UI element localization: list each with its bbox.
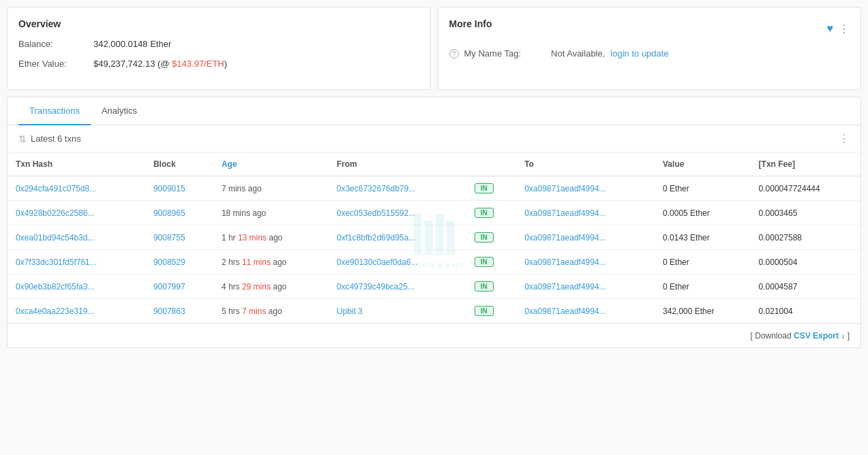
age-cell: 7 mins ago [213, 176, 329, 201]
txn-hash-link[interactable]: 0x294cfa491c075d8... [16, 184, 96, 193]
csv-export-link[interactable]: CSV Export [794, 331, 839, 341]
tab-transactions[interactable]: Transactions [18, 97, 91, 125]
help-icon[interactable]: ? [449, 49, 459, 59]
ether-value-suffix: ) [224, 59, 227, 69]
to-link[interactable]: 0xa09871aeadf4994... [524, 307, 605, 316]
in-badge: IN [475, 257, 494, 267]
fee-cell: 0.0000504 [751, 250, 860, 274]
txn-hash-link[interactable]: 0x7f33dc301fd5f761... [16, 257, 97, 267]
value-cell: 0 Ether [655, 176, 751, 201]
age-highlight: 29 mins [242, 282, 271, 292]
to-cell: 0xa09871aeadf4994... [516, 299, 655, 324]
to-cell: 0xa09871aeadf4994... [516, 201, 655, 225]
age-prefix: 2 hrs [222, 257, 242, 267]
in-badge: IN [475, 281, 494, 292]
from-cell: 0xec053edb515592... [329, 201, 466, 225]
login-to-update-link[interactable]: login to update [610, 48, 668, 59]
col-value: Value [655, 153, 751, 176]
from-link[interactable]: 0x3ec6732676db79... [337, 184, 415, 193]
block-link[interactable]: 9009015 [153, 184, 185, 193]
txn-hash-cell: 0xea01bd94c54b3d... [8, 225, 145, 250]
block-link[interactable]: 9008529 [153, 257, 185, 267]
to-cell: 0xa09871aeadf4994... [516, 176, 655, 201]
ether-value-prefix: $49,237,742.13 (@ [93, 59, 172, 69]
more-info-header: More Info ♥ ⋮ [449, 18, 850, 39]
age-highlight: 11 mins [242, 257, 271, 267]
block-link[interactable]: 9008755 [153, 233, 185, 242]
col-to: To [516, 153, 655, 176]
tab-analytics[interactable]: Analytics [91, 97, 148, 125]
toolbar-more-icon[interactable]: ⋮ [839, 132, 850, 145]
heart-icon[interactable]: ♥ [827, 22, 834, 35]
balance-label: Balance: [18, 39, 93, 49]
balance-value: 342,000.0148 Ether [93, 39, 171, 49]
ether-value-rate: $143.97/ETH [172, 59, 224, 69]
age-cell: 5 hrs 7 mins ago [213, 299, 329, 324]
fee-cell: 0.00027588 [751, 225, 860, 250]
from-cell: Upbit 3 [329, 299, 466, 324]
more-options-icon[interactable]: ⋮ [839, 22, 850, 35]
name-tag-label: My Name Tag: [464, 48, 522, 59]
filter-icon: ⇅ [18, 134, 27, 144]
from-cell: 0xe90130c0aef0da6... [329, 250, 466, 274]
col-txn-hash: Txn Hash [8, 153, 145, 176]
from-link[interactable]: 0xec053edb515592... [337, 208, 415, 218]
balance-row: Balance: 342,000.0148 Ether [18, 39, 419, 49]
age-cell: 1 hr 13 mins ago [213, 225, 329, 250]
to-link[interactable]: 0xa09871aeadf4994... [524, 208, 605, 218]
block-cell: 9007863 [145, 299, 213, 324]
table-row: 0xea01bd94c54b3d... 9008755 1 hr 13 mins… [8, 225, 860, 250]
col-txn-fee: [Txn Fee] [751, 153, 860, 176]
age-prefix: 4 hrs [222, 282, 242, 292]
col-age: Age [213, 153, 329, 176]
age-suffix: ago [271, 257, 286, 267]
txn-hash-link[interactable]: 0xea01bd94c54b3d... [16, 233, 94, 242]
block-cell: 9008965 [145, 201, 213, 225]
from-link[interactable]: Upbit 3 [337, 307, 363, 316]
txn-hash-cell: 0x294cfa491c075d8... [8, 176, 145, 201]
age-prefix: 5 hrs [222, 307, 242, 316]
in-badge: IN [475, 183, 494, 193]
txn-hash-link[interactable]: 0x90eb3b82cf65fa3... [16, 282, 94, 292]
ether-value-value: $49,237,742.13 (@ $143.97/ETH) [93, 59, 227, 69]
age-suffix: ago [267, 233, 282, 242]
to-link[interactable]: 0xa09871aeadf4994... [524, 184, 605, 193]
from-link[interactable]: 0xe90130c0aef0da6... [337, 257, 418, 267]
ether-value-row: Ether Value: $49,237,742.13 (@ $143.97/E… [18, 59, 419, 69]
from-link[interactable]: 0xf1c8bfb2d69d95a... [337, 233, 415, 242]
from-cell: 0x3ec6732676db79... [329, 176, 466, 201]
txn-hash-cell: 0x7f33dc301fd5f761... [8, 250, 145, 274]
direction-cell: IN [466, 176, 517, 201]
to-cell: 0xa09871aeadf4994... [516, 225, 655, 250]
txn-hash-link[interactable]: 0xca4e0aa223e319... [16, 307, 94, 316]
from-link[interactable]: 0xc49739c49bca25... [337, 282, 415, 292]
table-row: 0x7f33dc301fd5f761... 9008529 2 hrs 11 m… [8, 250, 860, 274]
block-link[interactable]: 9007997 [153, 282, 185, 292]
block-link[interactable]: 9007863 [153, 307, 185, 316]
age-cell: 2 hrs 11 mins ago [213, 250, 329, 274]
more-info-title: More Info [449, 18, 492, 29]
csv-prefix: [ Download [751, 331, 792, 341]
table-row: 0x90eb3b82cf65fa3... 9007997 4 hrs 29 mi… [8, 274, 860, 299]
direction-cell: IN [466, 250, 517, 274]
age-cell: 18 mins ago [213, 201, 329, 225]
col-direction [466, 153, 517, 176]
age-highlight: 7 mins [242, 307, 266, 316]
in-badge: IN [475, 232, 494, 242]
transactions-table-wrapper: BLOCKBANG Txn Hash Block Age From To Val… [8, 153, 860, 324]
csv-export-bar: [ Download CSV Export ↓ ] [8, 324, 860, 347]
table-header-row: Txn Hash Block Age From To Value [Txn Fe… [8, 153, 860, 176]
txn-hash-link[interactable]: 0x4928b0226c2586... [16, 208, 94, 218]
to-link[interactable]: 0xa09871aeadf4994... [524, 257, 605, 267]
value-cell: 0 Ether [655, 250, 751, 274]
name-tag-status: Not Available, [551, 48, 605, 59]
to-link[interactable]: 0xa09871aeadf4994... [524, 233, 605, 242]
block-cell: 9008529 [145, 250, 213, 274]
block-link[interactable]: 9008965 [153, 208, 185, 218]
to-cell: 0xa09871aeadf4994... [516, 274, 655, 299]
col-from: From [329, 153, 466, 176]
tabs-header: Transactions Analytics [8, 97, 860, 125]
txns-count: ⇅ Latest 6 txns [18, 134, 81, 144]
to-link[interactable]: 0xa09871aeadf4994... [524, 282, 605, 292]
transactions-table: Txn Hash Block Age From To Value [Txn Fe… [8, 153, 860, 324]
